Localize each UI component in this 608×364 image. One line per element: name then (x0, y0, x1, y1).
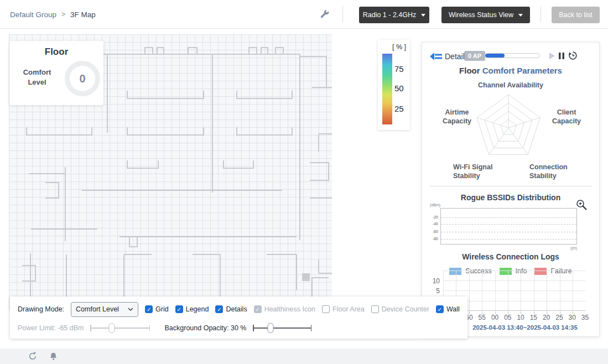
rogue-chart-plot (440, 208, 577, 245)
view-dropdown-button[interactable]: Wireless Status View (441, 7, 530, 23)
rogue-chart-title: Rogue BSSIDs Distribution (422, 193, 599, 202)
drawing-mode-label: Drawing Mode: (18, 305, 64, 313)
logs-y-tick-10: 10 (430, 277, 440, 285)
logs-x-tick: 55 (476, 314, 489, 321)
scale-gradient-bar (382, 54, 392, 124)
rogue-gridline (441, 224, 576, 225)
background-opacity-label: Background Opacity: 30 % (164, 324, 246, 332)
details-checkbox-label: Details (226, 305, 247, 313)
checkbox-grid[interactable]: Grid (145, 305, 169, 313)
grid-checkbox[interactable] (145, 305, 153, 313)
background-opacity-slider[interactable] (253, 323, 311, 333)
radar-title-rest: Comfort Parameters (482, 66, 562, 75)
scale-unit-label: [ % ] (392, 43, 406, 51)
logs-x-tick: 35 (579, 314, 591, 321)
rogue-gridline (441, 239, 576, 240)
chevron-down-icon (128, 308, 133, 311)
floor-area-checkbox (322, 305, 330, 313)
refresh-icon[interactable] (28, 351, 38, 361)
radar-axis-channel-availability: Channel Availability (422, 81, 599, 89)
checkbox-legend[interactable]: Legend (175, 305, 209, 313)
rogue-y-unit: (dBm) (430, 203, 440, 207)
checkbox-wall[interactable]: Wall (436, 305, 460, 313)
scale-tick-25: 25 (394, 104, 409, 113)
section-divider (429, 186, 592, 186)
rogue-x-unit: (ch) (570, 246, 577, 250)
power-limit-slider (90, 323, 150, 333)
breadcrumb-group-link[interactable]: Default Group (10, 11, 56, 19)
details-back-icon[interactable] (430, 51, 442, 64)
breadcrumb-separator: > (61, 11, 65, 18)
history-refresh-icon[interactable] (568, 51, 578, 63)
background-opacity-slider-track[interactable] (253, 327, 311, 329)
color-scale-legend: [ % ] 75 50 25 (378, 40, 410, 130)
play-icon[interactable] (549, 52, 555, 62)
healthiness-icon-checkbox-label: Healthiness Icon (264, 305, 315, 313)
scale-tick-50: 50 (394, 84, 409, 93)
toolbar-row-options: Drawing Mode: Comfort Level Grid Legend … (18, 301, 464, 318)
radio-dropdown-button[interactable]: Radio 1 - 2.4GHz (359, 7, 429, 23)
logs-x-tick: 15 (527, 314, 540, 321)
radar-axis-airtime-capacity: Airtime Capacity (434, 108, 480, 126)
toolbar-row-sliders: Power Limit: -65 dBm Background Opacity:… (18, 321, 311, 335)
wrench-icon[interactable] (319, 9, 330, 20)
view-dropdown-label: Wireless Status View (449, 11, 513, 19)
checkbox-details[interactable]: Details (215, 305, 247, 313)
drawing-mode-select[interactable]: Comfort Level (71, 302, 138, 317)
rogue-y-tick: -80 (430, 237, 438, 241)
rogue-gridline (441, 232, 576, 232)
radar-axis-client-capacity: Client Capacity (544, 108, 589, 126)
floor-card-title: Floor (9, 46, 103, 58)
rogue-y-tick: -60 (430, 230, 438, 233)
slider-end-tick (311, 325, 312, 331)
dropdown-arrow-icon (421, 14, 425, 17)
background-opacity-slider-handle[interactable] (268, 323, 274, 333)
logs-x-tick: 25 (553, 314, 565, 321)
logs-chart-title: Wireless Connection Logs (422, 252, 599, 261)
power-limit-slider-handle (109, 323, 115, 333)
power-limit-slider-track (90, 327, 150, 329)
floor-area-checkbox-label: Floor Area (332, 305, 365, 313)
breadcrumb: Default Group > 3F Map (10, 0, 96, 29)
checkbox-floor-area: Floor Area (322, 305, 365, 313)
rogue-gridline (441, 217, 576, 218)
back-to-list-button[interactable]: Back to list (552, 7, 600, 23)
logs-y-tick-5: 5 (430, 287, 440, 295)
radar-section-title: Floor Comfort Parameters (422, 66, 599, 75)
logs-x-tick: 05 (501, 314, 514, 321)
topbar-divider (342, 6, 343, 23)
wireless-map-page: Default Group > 3F Map Radio 1 - 2.4GHz … (0, 0, 608, 364)
zoom-in-icon[interactable] (576, 199, 588, 213)
map-selected-cell (302, 273, 310, 281)
power-limit-label: Power Limit: -65 dBm (18, 324, 84, 332)
logs-time-range: 2025-04-03 13:40~2025-04-03 14:35 (455, 324, 595, 331)
bottom-status-strip (0, 349, 608, 364)
comfort-level-value: 0 (79, 72, 85, 85)
rogue-y-tick: -40 (430, 222, 438, 226)
floor-comfort-card: Floor Comfort Level 0 (9, 41, 103, 105)
pause-icon[interactable] (558, 52, 565, 62)
slider-end-tick (149, 325, 150, 331)
playback-progress-bar (485, 53, 540, 58)
details-checkbox[interactable] (215, 305, 223, 313)
logs-x-tick: 00 (489, 314, 501, 321)
slider-end-tick (253, 325, 254, 331)
top-bar: Default Group > 3F Map Radio 1 - 2.4GHz … (0, 0, 608, 29)
slider-end-tick (90, 325, 91, 331)
checkbox-healthiness-icon: Healthiness Icon (254, 305, 315, 313)
grid-checkbox-label: Grid (155, 305, 169, 313)
details-panel: Details 0 AP Floor Comfort Parameters Ch… (422, 42, 600, 337)
checkbox-device-counter: Device Counter (371, 305, 429, 313)
rogue-y-tick: -20 (430, 215, 438, 219)
radar-axis-connection-stability: Connection Stability (529, 163, 580, 181)
legend-checkbox[interactable] (175, 305, 183, 313)
dropdown-arrow-icon (518, 14, 523, 17)
wall-checkbox[interactable] (436, 305, 444, 313)
notification-bell-icon[interactable] (49, 351, 59, 361)
wall-checkbox-label: Wall (446, 305, 460, 313)
comfort-level-gauge: 0 (65, 61, 100, 96)
radar-title-prefix: Floor (459, 66, 480, 75)
map-toolbar: Drawing Mode: Comfort Level Grid Legend … (10, 297, 467, 339)
ap-count-badge: 0 AP (464, 51, 485, 61)
radar-axis-wifi-signal-stability: Wi-Fi Signal Stability (453, 163, 504, 181)
